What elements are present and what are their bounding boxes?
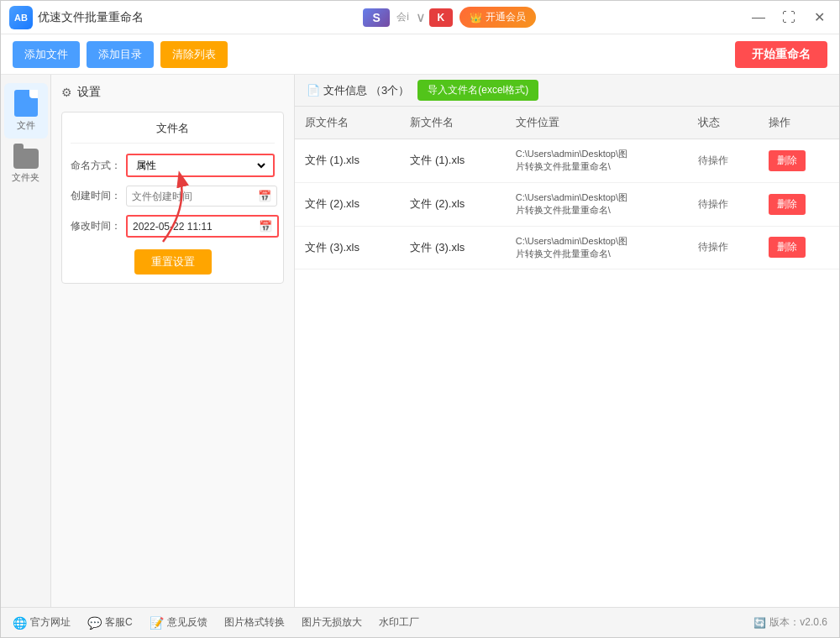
footer-watermark[interactable]: 水印工厂 xyxy=(379,615,419,630)
k-logo-wrapper: ∨ K xyxy=(416,8,453,27)
main-content: 文件 文件夹 ⚙ 设置 文件名 命名方式： 属性 xyxy=(1,75,839,607)
calendar-icon-modified[interactable]: 📅 xyxy=(259,220,272,233)
created-time-label: 创建时间： xyxy=(71,189,121,203)
vip-icon: 👑 xyxy=(470,12,482,24)
toolbar: 添加文件 添加目录 清除列表 开始重命名 xyxy=(1,34,839,75)
right-panel-header: 📄 文件信息 （3个） 导入文件名(excel格式) xyxy=(295,75,839,107)
cell-action-3: 删除 xyxy=(759,226,839,269)
s-logo-icon: S xyxy=(363,8,390,27)
cell-status-1: 待操作 xyxy=(688,139,759,183)
cell-status-3: 待操作 xyxy=(688,226,759,269)
delete-button-2[interactable]: 删除 xyxy=(769,194,806,215)
col-new-name: 新文件名 xyxy=(400,107,505,139)
col-file-path: 文件位置 xyxy=(506,107,688,139)
title-bar-middle: S 会i ∨ K 👑 开通会员 xyxy=(152,7,747,28)
table-row: 文件 (2).xls 文件 (2).xls C:\Users\admin\Des… xyxy=(295,182,839,226)
main-window: AB 优速文件批量重命名 S 会i ∨ K 👑 开通会员 — ⛶ ✕ 添加文件 … xyxy=(0,0,840,638)
cell-original-1: 文件 (1).xls xyxy=(295,139,400,183)
cell-action-1: 删除 xyxy=(759,139,839,183)
reset-settings-button[interactable]: 重置设置 xyxy=(134,249,212,275)
add-directory-button[interactable]: 添加目录 xyxy=(87,41,154,68)
sidebar-icons: 文件 文件夹 xyxy=(1,75,51,607)
close-button[interactable]: ✕ xyxy=(807,6,831,29)
footer-feedback[interactable]: 📝 意见反馈 xyxy=(150,615,207,630)
cell-new-1: 文件 (1).xls xyxy=(400,139,505,183)
files-table: 原文件名 新文件名 文件位置 状态 操作 文件 (1).xls 文件 (1).x… xyxy=(295,107,839,269)
col-action: 操作 xyxy=(759,107,839,139)
app-title: 优速文件批量重命名 xyxy=(38,10,144,25)
naming-method-wrapper: 属性 xyxy=(126,154,275,177)
modified-time-wrapper: 📅 xyxy=(126,215,279,238)
cell-path-2: C:\Users\admin\Desktop\图片转换文件批量重命名\ xyxy=(506,182,688,226)
cell-path-3: C:\Users\admin\Desktop\图片转换文件批量重命名\ xyxy=(506,226,688,269)
settings-panel: ⚙ 设置 文件名 命名方式： 属性 创建时间： xyxy=(51,75,295,607)
sidebar-item-folder[interactable]: 文件夹 xyxy=(4,142,48,191)
refresh-icon: 🔄 xyxy=(753,617,766,629)
folder-icon xyxy=(13,149,39,169)
add-file-button[interactable]: 添加文件 xyxy=(13,41,80,68)
cell-new-3: 文件 (3).xls xyxy=(400,226,505,269)
modified-time-label: 修改时间： xyxy=(71,219,121,233)
reset-btn-row: 重置设置 xyxy=(71,249,275,275)
maximize-button[interactable]: ⛶ xyxy=(777,6,801,29)
table-body: 文件 (1).xls 文件 (1).xls C:\Users\admin\Des… xyxy=(295,139,839,269)
cell-status-2: 待操作 xyxy=(688,182,759,226)
k-logo-icon: K xyxy=(429,8,453,27)
official-site-icon: 🌐 xyxy=(13,616,27,630)
feedback-icon: 📝 xyxy=(150,616,164,630)
footer: 🌐 官方网址 💬 客服C 📝 意见反馈 图片格式转换 图片无损放大 水印工厂 🔄… xyxy=(1,607,839,637)
cell-action-2: 删除 xyxy=(759,182,839,226)
import-excel-button[interactable]: 导入文件名(excel格式) xyxy=(417,80,538,101)
start-rename-button[interactable]: 开始重命名 xyxy=(735,41,827,68)
title-bar: AB 优速文件批量重命名 S 会i ∨ K 👑 开通会员 — ⛶ ✕ xyxy=(1,1,839,34)
naming-method-select[interactable]: 属性 xyxy=(133,159,268,172)
delete-button-1[interactable]: 删除 xyxy=(769,150,806,171)
col-status: 状态 xyxy=(688,107,759,139)
gear-icon: ⚙ xyxy=(61,86,72,99)
minimize-button[interactable]: — xyxy=(747,6,770,29)
file-table: 原文件名 新文件名 文件位置 状态 操作 文件 (1).xls 文件 (1).x… xyxy=(295,107,839,607)
created-time-wrapper: 📅 xyxy=(126,186,277,207)
window-controls: — ⛶ ✕ xyxy=(747,6,831,29)
toolbar-left: 添加文件 添加目录 清除列表 xyxy=(13,41,228,68)
created-time-row: 创建时间： 📅 xyxy=(71,186,275,207)
association-text: 会i xyxy=(396,10,409,24)
file-info-label: 📄 文件信息 （3个） xyxy=(307,83,409,98)
cell-original-2: 文件 (2).xls xyxy=(295,182,400,226)
file-icon-small: 📄 xyxy=(307,84,320,97)
modified-time-row: 修改时间： 📅 xyxy=(71,215,275,238)
sidebar-file-label: 文件 xyxy=(17,119,35,132)
sidebar-folder-label: 文件夹 xyxy=(12,171,39,184)
app-logo: AB 优速文件批量重命名 xyxy=(9,6,144,29)
created-time-input[interactable] xyxy=(132,191,258,202)
file-icon xyxy=(14,90,38,117)
clear-list-button[interactable]: 清除列表 xyxy=(160,41,228,68)
calendar-icon-created[interactable]: 📅 xyxy=(258,190,271,202)
cell-new-2: 文件 (2).xls xyxy=(400,182,505,226)
col-original-name: 原文件名 xyxy=(295,107,400,139)
sidebar-item-file[interactable]: 文件 xyxy=(4,83,48,139)
annotation-arrow xyxy=(138,166,205,250)
table-row: 文件 (3).xls 文件 (3).xls C:\Users\admin\Des… xyxy=(295,226,839,269)
naming-method-label: 命名方式： xyxy=(71,159,121,173)
table-row: 文件 (1).xls 文件 (1).xls C:\Users\admin\Des… xyxy=(295,139,839,183)
panel-title: ⚙ 设置 xyxy=(61,85,284,100)
footer-official-site[interactable]: 🌐 官方网址 xyxy=(13,615,71,630)
filename-section: 文件名 命名方式： 属性 创建时间： 📅 xyxy=(61,112,284,284)
cell-path-1: C:\Users\admin\Desktop\图片转换文件批量重命名\ xyxy=(506,139,688,183)
cell-original-3: 文件 (3).xls xyxy=(295,226,400,269)
vip-button[interactable]: 👑 开通会员 xyxy=(459,7,536,28)
logo-icon: AB xyxy=(9,6,33,29)
right-panel: 📄 文件信息 （3个） 导入文件名(excel格式) 原文件名 新文件名 文件位… xyxy=(295,75,839,607)
naming-method-row: 命名方式： 属性 xyxy=(71,154,275,177)
footer-image-lossless[interactable]: 图片无损放大 xyxy=(302,615,362,630)
delete-button-3[interactable]: 删除 xyxy=(769,237,806,258)
customer-service-icon: 💬 xyxy=(87,616,102,630)
footer-customer-service[interactable]: 💬 客服C xyxy=(87,615,133,630)
filename-section-title: 文件名 xyxy=(71,121,275,144)
footer-image-convert[interactable]: 图片格式转换 xyxy=(224,615,285,630)
table-header: 原文件名 新文件名 文件位置 状态 操作 xyxy=(295,107,839,139)
modified-time-input[interactable] xyxy=(133,221,259,233)
version-info: 🔄 版本：v2.0.6 xyxy=(753,615,827,630)
